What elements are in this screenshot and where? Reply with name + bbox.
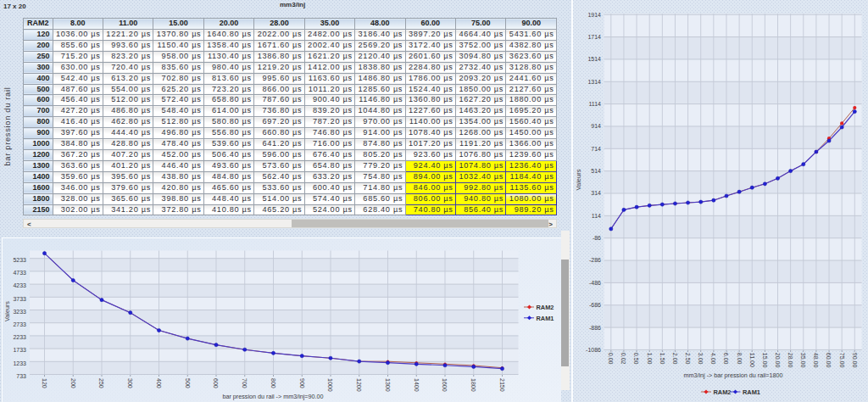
svg-text:914: 914 (591, 123, 601, 129)
svg-text:3.00: 3.00 (698, 353, 704, 365)
svg-text:Valeurs: Valeurs (575, 169, 582, 190)
svg-text:514: 514 (591, 168, 601, 174)
svg-text:200: 200 (70, 378, 76, 388)
svg-text:700: 700 (242, 378, 248, 388)
svg-text:60.00: 60.00 (826, 353, 832, 368)
svg-text:1733: 1733 (13, 347, 26, 353)
svg-text:1714: 1714 (587, 34, 601, 40)
svg-text:28.00: 28.00 (787, 353, 793, 368)
svg-text:mm3/inj -> bar pression du rai: mm3/inj -> bar pression du rail=1800 (683, 371, 782, 379)
svg-text:5233: 5233 (13, 257, 26, 263)
svg-text:314: 314 (591, 190, 601, 196)
svg-text:11.00: 11.00 (749, 353, 755, 367)
svg-text:500: 500 (185, 378, 191, 388)
svg-text:-886: -886 (589, 325, 601, 331)
svg-text:3233: 3233 (13, 309, 26, 315)
svg-text:1600: 1600 (442, 378, 448, 392)
svg-text:0.00: 0.00 (608, 353, 614, 365)
svg-text:48.00: 48.00 (813, 353, 819, 368)
svg-text:1200: 1200 (356, 378, 362, 392)
svg-text:RAM1: RAM1 (743, 388, 760, 396)
svg-text:1514: 1514 (587, 56, 601, 62)
svg-text:1914: 1914 (587, 12, 601, 18)
svg-text:Valeurs: Valeurs (3, 301, 11, 321)
svg-text:1114: 1114 (588, 101, 601, 107)
svg-text:-86: -86 (593, 235, 601, 241)
svg-text:1800: 1800 (470, 378, 476, 392)
svg-text:2233: 2233 (13, 334, 26, 340)
svg-text:4.00: 4.00 (710, 353, 716, 365)
svg-text:90.00: 90.00 (852, 353, 858, 368)
svg-text:8.00: 8.00 (737, 353, 743, 365)
svg-text:35.00: 35.00 (800, 353, 806, 368)
svg-text:bar pression du rail -> mm3/in: bar pression du rail -> mm3/inj=90.00 (222, 393, 323, 400)
svg-text:RAM2: RAM2 (714, 388, 732, 396)
svg-text:RAM2: RAM2 (537, 304, 554, 311)
svg-text:6.00: 6.00 (723, 353, 729, 365)
svg-text:1314: 1314 (587, 79, 601, 85)
svg-text:-486: -486 (589, 280, 601, 286)
svg-text:1.00: 1.00 (647, 353, 653, 365)
svg-text:250: 250 (98, 378, 104, 388)
svg-text:15.00: 15.00 (762, 353, 768, 368)
svg-text:1233: 1233 (13, 360, 26, 366)
svg-text:2.00: 2.00 (672, 353, 678, 365)
svg-text:1400: 1400 (414, 378, 420, 392)
svg-text:114: 114 (592, 213, 601, 219)
svg-text:4233: 4233 (13, 282, 26, 288)
svg-text:300: 300 (127, 378, 133, 388)
svg-text:120: 120 (42, 378, 47, 388)
svg-text:-686: -686 (589, 302, 601, 308)
svg-text:1300: 1300 (385, 378, 391, 392)
svg-text:2150: 2150 (499, 378, 505, 392)
svg-text:4733: 4733 (13, 270, 26, 276)
svg-text:-1086: -1086 (586, 347, 601, 353)
svg-text:733: 733 (16, 373, 26, 379)
svg-text:2.50: 2.50 (685, 353, 691, 365)
svg-text:1.50: 1.50 (659, 353, 665, 365)
svg-text:800: 800 (270, 378, 276, 388)
svg-text:1000: 1000 (327, 378, 333, 392)
svg-text:0.50: 0.50 (633, 353, 639, 365)
svg-text:3733: 3733 (13, 296, 26, 302)
svg-text:0.02: 0.02 (620, 353, 626, 365)
svg-text:2733: 2733 (13, 321, 26, 327)
svg-text:RAM1: RAM1 (537, 315, 554, 322)
svg-text:75.00: 75.00 (839, 353, 845, 368)
svg-text:20.00: 20.00 (775, 353, 781, 368)
svg-text:-286: -286 (589, 257, 601, 263)
svg-text:600: 600 (213, 378, 219, 388)
svg-text:400: 400 (156, 378, 162, 388)
svg-text:900: 900 (299, 378, 305, 388)
svg-text:714: 714 (591, 146, 601, 152)
